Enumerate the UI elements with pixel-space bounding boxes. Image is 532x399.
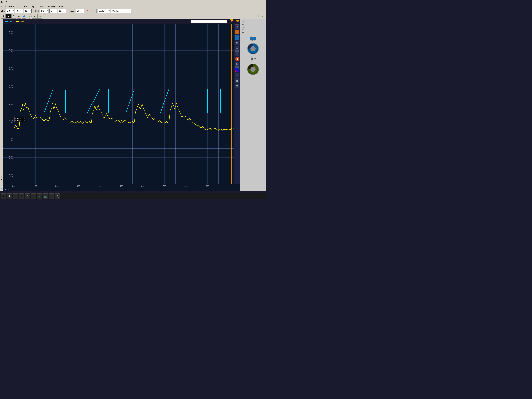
time-1us[interactable]: 1us xyxy=(241,20,265,23)
scope-camera-btn[interactable]: 📷 xyxy=(235,84,240,88)
main-area: CH1:V CH2:V CH1 CH2 9.86 xyxy=(0,19,266,191)
grid-v-m11 xyxy=(229,24,229,184)
scope-canvas[interactable]: 8.0004.000 6.0003.000 4.0002.000 2.0001.… xyxy=(3,24,240,184)
taskbar-btn-2[interactable]: 📋 xyxy=(7,193,12,199)
table-btn[interactable]: ⊞ xyxy=(32,14,37,19)
grid-v-10 xyxy=(218,24,219,184)
trigger-value-display: 9.86 xyxy=(236,20,239,22)
volt-50mv-2[interactable]: 50mV xyxy=(250,60,256,63)
volt-100mv-1[interactable]: 100mV xyxy=(250,38,256,40)
refresh-btn[interactable]: ↺ xyxy=(22,14,26,19)
menu-help[interactable]: Help xyxy=(58,5,63,8)
menu-warning[interactable]: Warning xyxy=(48,5,56,8)
taskbar-btn-s[interactable]: S xyxy=(49,193,54,199)
x-label-5: 5.00 xyxy=(120,185,123,187)
scope-right-panel: ⊞ ▼ ℹ 🔍 ← → 2 🔍 C XY 🤖 xyxy=(234,24,240,184)
grid-v-8 xyxy=(175,24,176,184)
trigger-btn1[interactable]: ✕ xyxy=(85,9,89,13)
meas-ch1: CH1: 2.57 V xyxy=(15,118,25,120)
trigger-horizontal-line xyxy=(3,91,240,91)
x-label-7: 7.00 xyxy=(163,185,166,187)
ch1-color-indicator xyxy=(5,21,8,22)
scope-zoom-btn[interactable]: 🔍 xyxy=(235,41,240,45)
x-unit-label: s xyxy=(228,185,229,187)
black-square-btn[interactable]: ■ xyxy=(6,14,11,19)
ch1-on-select[interactable]: ONOFF xyxy=(15,9,23,13)
time-4us[interactable]: 4us xyxy=(241,23,265,25)
time-0.2ms[interactable]: 0.2ms xyxy=(241,29,265,31)
x-label-2: 2.00 xyxy=(55,185,58,187)
time-20us[interactable]: 20us xyxy=(241,26,265,28)
ch2-label: CH2: xyxy=(35,10,39,12)
trigger-label: Trigger xyxy=(69,10,75,12)
taskbar-btn-11[interactable]: 11 xyxy=(31,193,36,199)
menu-display[interactable]: Display xyxy=(30,5,38,8)
taskbar-btn-tv[interactable]: 📺 xyxy=(43,193,48,199)
scope-mode-select[interactable]: Oscilloscope xyxy=(111,9,131,13)
ch1-v-label: CH1:V xyxy=(1,186,2,190)
ch1-knob-inner xyxy=(250,46,256,51)
menu-view[interactable]: View xyxy=(1,5,6,8)
taskbar-btn-windows[interactable]: ⊞ xyxy=(1,193,6,199)
ch1-knob[interactable] xyxy=(247,43,259,54)
menu-horizontal[interactable]: Horizontal xyxy=(8,5,18,8)
scope-color-btn[interactable]: C xyxy=(235,68,240,72)
cursor-input[interactable] xyxy=(191,20,227,23)
print-button[interactable]: 🖨 xyxy=(1,14,6,19)
volt-200mv-2[interactable]: 200 xyxy=(250,56,256,58)
grid-v-m3 xyxy=(57,24,57,184)
scope-xy-btn[interactable]: XY xyxy=(235,73,240,77)
scope-info-btn[interactable]: ℹ xyxy=(235,35,240,40)
scope-ch2-btn[interactable]: 2 xyxy=(235,57,240,61)
measurement-overlay: CH1: 2.57 V CH2: 1.25 V xyxy=(14,117,26,122)
x-label-4: 4.00 xyxy=(98,185,101,187)
ch2-volt-options: 200 100mV 50mV xyxy=(250,56,256,63)
trigger-vertical-line xyxy=(231,24,232,184)
taskbar-btn-tool[interactable]: 🔧 xyxy=(55,193,60,199)
ch2-knob[interactable] xyxy=(247,63,259,75)
grid-v-m9 xyxy=(186,24,186,184)
taskbar-btn-3[interactable]: ✂ xyxy=(13,193,18,199)
scope-right-btn[interactable]: → xyxy=(235,51,240,56)
grid-v-m7 xyxy=(143,24,143,184)
zero-btn[interactable]: 0 xyxy=(11,14,16,19)
ch2-volt-row: CH2:V xyxy=(3,188,240,191)
ch2-probe-select[interactable]: 1X10X xyxy=(58,9,66,13)
app-title: ion 1.3 xyxy=(1,1,7,3)
grid-btn[interactable]: ⊞ xyxy=(38,14,42,19)
taskbar-btn-4[interactable]: ⚙ xyxy=(19,193,24,199)
time-0.5ms[interactable]: 0.5ms xyxy=(241,31,265,34)
menu-vertical[interactable]: Vertical xyxy=(20,5,28,8)
trigger-mode-select[interactable]: AUTONORMALSINGLE xyxy=(98,9,110,13)
grid-v-4 xyxy=(89,24,89,184)
volt-100mv-2[interactable]: 100mV xyxy=(250,58,256,60)
taskbar-btn-5[interactable]: 🔧 xyxy=(25,193,30,199)
grid-v-5 xyxy=(111,24,111,184)
volt-50mv-1[interactable]: 50mV xyxy=(250,40,256,42)
menu-utility[interactable]: Utility xyxy=(40,5,46,8)
ch1-header-label: CH1 xyxy=(5,20,13,23)
scope-android-btn[interactable]: 🤖 xyxy=(235,78,240,83)
left-axis-label: CH1:V CH2:V xyxy=(0,19,3,191)
trigger-ch-select[interactable]: CH1CH2 xyxy=(76,9,84,13)
scope-container: CH1 CH2 9.86 xyxy=(3,19,240,191)
taskbar-btn-wave[interactable]: ∿ xyxy=(37,193,42,199)
grid-v-6 xyxy=(132,24,133,184)
toolbar1: CH1: DCACGND ONOFF 1X10X CH2: DCACGND ON… xyxy=(0,8,266,13)
title-bar: ion 1.3 xyxy=(0,0,266,5)
ch2-coupling-select[interactable]: DCACGND xyxy=(40,9,48,13)
ch1-coupling-select[interactable]: DCACGND xyxy=(6,9,14,13)
ch2-color-indicator xyxy=(16,21,19,22)
scope-zoom-plus-btn[interactable]: 🔍 xyxy=(235,62,240,67)
ch2-knob-inner xyxy=(250,67,256,72)
trigger-btn2[interactable]: ✕ xyxy=(90,9,95,13)
ch1-probe-select[interactable]: 1X10X xyxy=(24,9,32,13)
meas-ch2: CH2: 1.25 V xyxy=(15,120,25,121)
scope-grid-btn[interactable]: ⊞ xyxy=(235,25,240,29)
volt-200mv-1[interactable]: 200 xyxy=(250,35,256,37)
scope-trigger-pos-btn[interactable]: ▼ xyxy=(235,30,240,34)
help-btn[interactable]: ? xyxy=(27,14,32,19)
scope-left-btn[interactable]: ← xyxy=(235,46,240,51)
ch2-on-select[interactable]: ONOFF xyxy=(49,9,57,13)
nav-btn[interactable]: ⏭ xyxy=(17,14,21,19)
